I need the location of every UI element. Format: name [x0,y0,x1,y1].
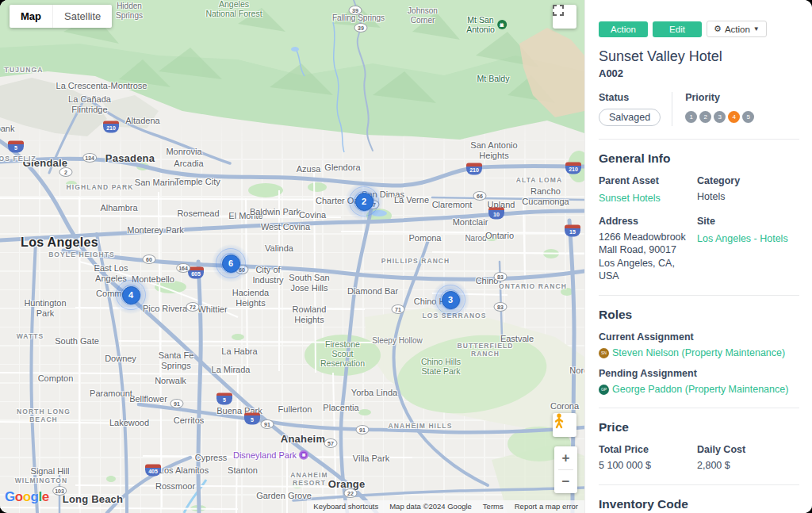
avatar: GP [599,385,609,395]
roles-heading: Roles [599,308,799,322]
category-label: Category [697,175,799,186]
site-label: Site [697,216,799,227]
detail-panel: Action Edit ⚙ Action ▼ Sunset Valley Hot… [584,0,812,513]
address-label: Address [599,216,697,227]
pending-assignee-link[interactable]: George Paddon (Property Maintenance) [612,384,788,395]
pegman-button[interactable] [553,413,576,437]
price-heading: Price [599,420,799,435]
total-price-cell: Total Price 5 100 000 $ [599,444,697,472]
pending-assignment-label: Pending Assignment [599,368,799,379]
vertical-divider [672,92,672,126]
google-logo-letter: o [23,489,31,504]
total-price-label: Total Price [599,444,697,455]
action-button[interactable]: Action [599,21,648,37]
map-type-control: Map Satellite [10,5,112,28]
priority-block: Priority 12345 [685,92,754,126]
map-marker-2[interactable]: 2 [345,182,383,220]
google-logo-letter: G [5,489,15,504]
action-menu-label: Action [725,25,750,34]
tab-satellite[interactable]: Satellite [52,5,112,28]
status-block: Status Salvaged [599,92,661,126]
site-cell: Site Los Angeles - Hotels [697,216,799,282]
inventory-code-heading: Inventory Code [599,497,799,511]
priority-dot-3[interactable]: 3 [714,111,726,123]
google-logo-letter: o [15,489,23,504]
google-logo-letter: g [31,489,39,504]
priority-dot-4[interactable]: 4 [728,111,740,123]
section-divider [599,295,799,296]
map-marker-6[interactable]: 6 [212,244,250,282]
status-priority-row: Status Salvaged Priority 12345 [599,92,799,126]
parent-asset-cell: Parent Asset Sunset Hotels [599,175,697,205]
total-price-value: 5 100 000 $ [599,459,697,472]
app-window: Hidden SpringsAngeles National ForestFal… [0,0,812,513]
category-cell: Category Hotels [697,175,799,205]
fullscreen-icon [553,5,564,16]
general-info-heading: General Info [599,151,799,166]
marker-count: 3 [442,291,460,309]
category-value: Hotels [697,190,799,203]
marker-count: 2 [355,193,373,211]
avatar: SN [599,348,609,358]
daily-cost-value: 2,800 $ [697,459,799,472]
map-marker-3[interactable]: 3 [431,281,469,319]
current-assignment-row: SN Steven Nielson (Property Maintenance) [599,347,799,358]
section-divider [599,484,799,485]
map-marker-layer: 2643 [0,0,584,513]
zoom-out-button[interactable]: − [554,470,577,493]
address-value: 1266 Meadowbrook Mall Road, 90017 Los An… [599,231,697,282]
address-cell: Address 1266 Meadowbrook Mall Road, 9001… [599,216,697,282]
pending-assignment-row: GP George Paddon (Property Maintenance) [599,384,799,395]
page-title: Sunset Valley Hotel [599,48,799,65]
daily-cost-cell: Daily Cost 2,800 $ [697,444,799,472]
keyboard-shortcuts-link[interactable]: Keyboard shortcuts [313,502,378,511]
asset-id: A002 [599,67,799,79]
status-label: Status [599,92,661,103]
map-canvas[interactable]: Hidden SpringsAngeles National ForestFal… [0,0,584,513]
fullscreen-button[interactable] [553,5,576,29]
chevron-down-icon: ▼ [753,25,760,33]
tab-map[interactable]: Map [10,5,52,28]
zoom-in-button[interactable]: + [554,446,577,469]
marker-count: 4 [122,286,140,304]
terms-link[interactable]: Terms [483,502,504,511]
zoom-control: + − [554,446,577,493]
priority-dot-2[interactable]: 2 [699,111,711,123]
google-logo[interactable]: Google [5,489,49,505]
report-error-link[interactable]: Report a map error [515,502,578,511]
parent-asset-label: Parent Asset [599,175,697,186]
action-menu-button[interactable]: ⚙ Action ▼ [707,21,767,37]
status-badge: Salvaged [599,109,661,126]
google-logo-letter: e [42,489,49,504]
general-info-grid: Parent Asset Sunset Hotels Category Hote… [599,175,799,282]
pegman-icon [553,413,565,429]
priority-dots: 12345 [685,111,754,123]
priority-label: Priority [685,92,754,103]
daily-cost-label: Daily Cost [697,444,799,455]
toolbar: Action Edit ⚙ Action ▼ [599,21,799,37]
section-divider [599,408,799,408]
section-divider [599,139,799,140]
gear-icon: ⚙ [714,24,722,34]
price-grid: Total Price 5 100 000 $ Daily Cost 2,800… [599,444,799,472]
current-assignment-label: Current Assignment [599,331,799,343]
site-link[interactable]: Los Angeles - Hotels [697,233,788,244]
map-marker-4[interactable]: 4 [112,276,150,314]
priority-dot-1[interactable]: 1 [685,111,697,123]
priority-dot-5[interactable]: 5 [742,111,754,123]
parent-asset-link[interactable]: Sunset Hotels [599,193,661,204]
map-data-text: Map data ©2024 Google [389,502,472,511]
edit-button[interactable]: Edit [653,21,702,37]
current-assignee-link[interactable]: Steven Nielson (Property Maintenance) [612,347,785,358]
map-attribution: Keyboard shortcuts Map data ©2024 Google… [307,500,584,513]
marker-count: 6 [222,255,240,273]
